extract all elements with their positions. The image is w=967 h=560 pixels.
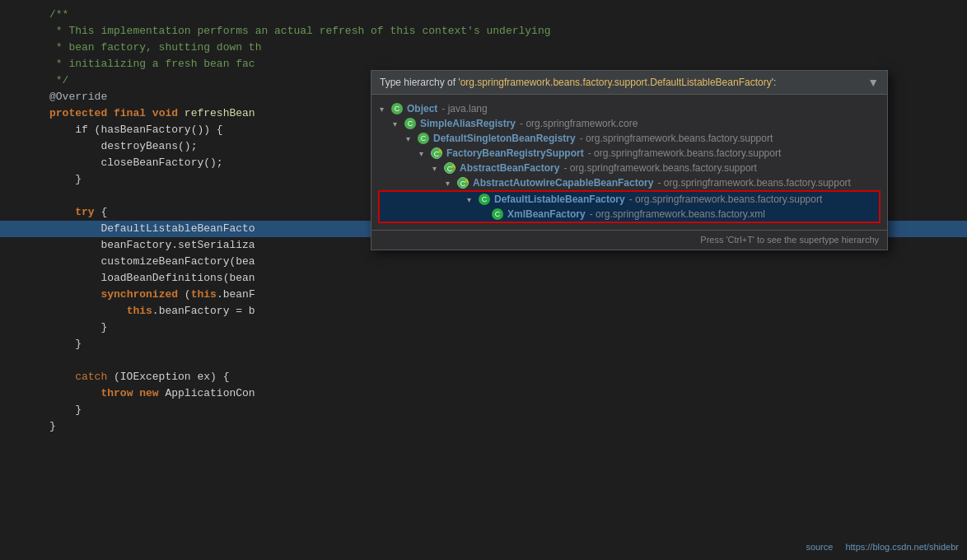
code-line: * bean factory, shutting down th [0,40,967,56]
tree-package: - org.springframework.core [520,118,638,129]
tree-expand-arrow[interactable]: ▾ [419,149,429,158]
tree-expand-arrow[interactable]: ▾ [467,195,477,204]
keyword: try [75,204,94,221]
code-comment: * bean factory, shutting down th [49,40,261,56]
type-hierarchy-popup[interactable]: Type hierarchy of 'org.springframework.b… [371,70,888,250]
popup-close-button[interactable]: ▼ [867,76,879,89]
code-line [0,352,967,369]
code-comment: /** [49,7,68,23]
code-line: } [0,336,967,352]
tree-item-abstractautowire[interactable]: ▾ CA AbstractAutowireCapableBeanFactory … [371,175,887,190]
tree-icon-class: C [492,208,503,220]
tree-item-simplealias[interactable]: ▾ C SimpleAliasRegistry - org.springfram… [371,116,887,131]
popup-title-prefix: Type hierarchy of ' [380,77,460,88]
tree-class-name: AbstractAutowireCapableBeanFactory [473,177,653,189]
tree-package: - org.springframework.beans.factory.supp… [657,177,851,189]
code-text: closeBeanFactory(); [49,155,223,171]
code-text: DefaultListableBeanFacto [49,221,255,237]
bottom-links: source https://blog.csdn.net/shidebr [806,542,959,552]
popup-footer-text: Press 'Ctrl+T' to see the supertype hier… [700,235,879,245]
tree-item-defaultsingleton[interactable]: ▾ C DefaultSingletonBeanRegistry - org.s… [371,131,887,146]
keyword: synchronized [100,287,178,303]
code-line: throw new ApplicationCon [0,385,967,402]
tree-expand-arrow[interactable]: ▾ [380,105,390,114]
tree-package: - java.lang [441,103,487,114]
tree-icon-class: C [479,194,490,205]
tree-class-name: Object [407,103,437,114]
function-name: refreshBean [185,105,255,122]
popup-title-suffix: ': [772,77,777,88]
tree-package: - org.springframework.beans.factory.supp… [629,194,823,205]
code-text: destroyBeans(); [49,138,197,155]
popup-title-class: org.springframework.beans.factory.suppor… [460,77,772,88]
popup-title: Type hierarchy of 'org.springframework.b… [380,77,776,88]
tree-item-defaultlistable-selected[interactable]: ▾ C DefaultListableBeanFactory - org.spr… [380,192,879,207]
tree-icon-abstract-class: CA [444,162,455,174]
code-line: this.beanFactory = b [0,303,967,320]
source-link[interactable]: source [806,542,833,552]
code-text: { [95,204,108,221]
tree-package: - org.springframework.beans.factory.supp… [588,147,782,159]
keyword: void [152,105,185,122]
tree-expand-arrow[interactable]: ▾ [432,164,442,173]
code-comment: * initializing a fresh bean fac [49,56,255,72]
code-text: ApplicationCon [159,385,255,402]
code-text: customizeBeanFactory(bea [49,254,255,270]
keyword: throw new [100,385,158,402]
code-line: } [0,418,967,435]
tree-class-name: FactoryBeanRegistrySupport [446,147,584,159]
selected-group: ▾ C DefaultListableBeanFactory - org.spr… [378,190,881,223]
code-text: (IOException ex) { [114,369,229,385]
code-line: catch (IOException ex) { [0,369,967,385]
keyword: this [127,303,152,320]
tree-icon-abstract-class: CA [431,147,442,159]
code-text [49,287,100,303]
annotation: @Override [49,89,107,105]
tree-package: - org.springframework.beans.factory.supp… [580,133,773,144]
tree-package: - org.springframework.beans.factory.xml [590,208,765,220]
tree-icon-abstract-class: CA [457,177,469,189]
tree-icon-class: C [391,103,403,114]
code-text: } [49,336,82,352]
tree-expand-arrow[interactable]: ▾ [446,179,455,188]
code-text [49,204,75,221]
code-text: } [49,171,82,188]
tree-expand-arrow[interactable]: ▾ [393,119,403,128]
code-line: customizeBeanFactory(bea [0,254,967,270]
popup-tree: ▾ C Object - java.lang ▾ C SimpleAliasRe… [371,95,887,230]
code-comment: * This implementation performs an actual… [49,23,551,40]
keyword: final [114,105,152,122]
tree-class-name-selected: DefaultListableBeanFactory [494,194,625,205]
keyword: this [191,287,217,303]
code-line: } [0,320,967,336]
code-text: ( [178,287,191,303]
code-line: } [0,402,967,418]
tree-item-object[interactable]: ▾ C Object - java.lang [371,101,887,116]
popup-header: Type hierarchy of 'org.springframework.b… [371,71,887,95]
code-text: beanFactory.setSerializa [49,237,255,254]
code-text: } [49,320,107,336]
tree-item-factorybeanregistry[interactable]: ▾ CA FactoryBeanRegistrySupport - org.sp… [371,146,887,161]
code-text: } [49,402,82,418]
keyword: catch [49,369,114,385]
code-line: synchronized (this.beanF [0,287,967,303]
code-text [49,385,100,402]
code-line: loadBeanDefinitions(bean [0,270,967,287]
tree-expand-arrow[interactable]: ▾ [406,134,416,143]
code-comment: */ [49,72,68,89]
tree-class-name: XmlBeanFactory [507,208,586,220]
code-line: /** [0,7,967,23]
tree-item-abstractbeanfactory[interactable]: ▾ CA AbstractBeanFactory - org.springfra… [371,161,887,175]
url-link[interactable]: https://blog.csdn.net/shidebr [845,542,959,552]
keyword: protected [49,105,114,122]
tree-class-name: SimpleAliasRegistry [420,118,516,129]
code-text [49,303,127,320]
code-text: if (hasBeanFactory()) { [49,122,223,138]
tree-icon-class: C [418,133,429,144]
code-text: } [49,418,56,435]
tree-package: - org.springframework.beans.factory.supp… [563,162,757,174]
tree-item-xmlbeanfactory[interactable]: C XmlBeanFactory - org.springframework.b… [380,207,879,222]
code-text: .beanFactory = b [152,303,255,320]
code-line: * This implementation performs an actual… [0,23,967,40]
tree-class-name: DefaultSingletonBeanRegistry [433,133,576,144]
